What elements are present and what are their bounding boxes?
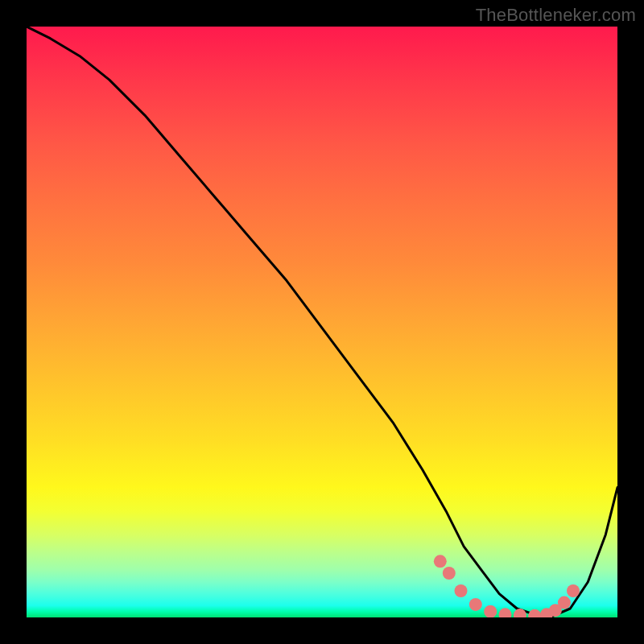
- chart-svg: [27, 27, 617, 617]
- curve-line: [27, 27, 617, 617]
- marker-dot: [443, 567, 456, 580]
- marker-dot: [469, 598, 482, 611]
- marker-dot: [434, 555, 447, 568]
- marker-dot: [499, 608, 512, 617]
- marker-dot: [484, 605, 497, 617]
- marker-dot: [558, 597, 571, 609]
- watermark-text: TheBottleneker.com: [476, 5, 636, 26]
- marker-dot: [528, 609, 541, 617]
- marker-dot: [567, 584, 580, 597]
- marker-dots: [434, 555, 580, 617]
- chart-frame: TheBottleneker.com: [0, 0, 644, 644]
- plot-area: [27, 27, 617, 617]
- marker-dot: [455, 584, 468, 597]
- bottleneck-curve-path: [27, 27, 617, 617]
